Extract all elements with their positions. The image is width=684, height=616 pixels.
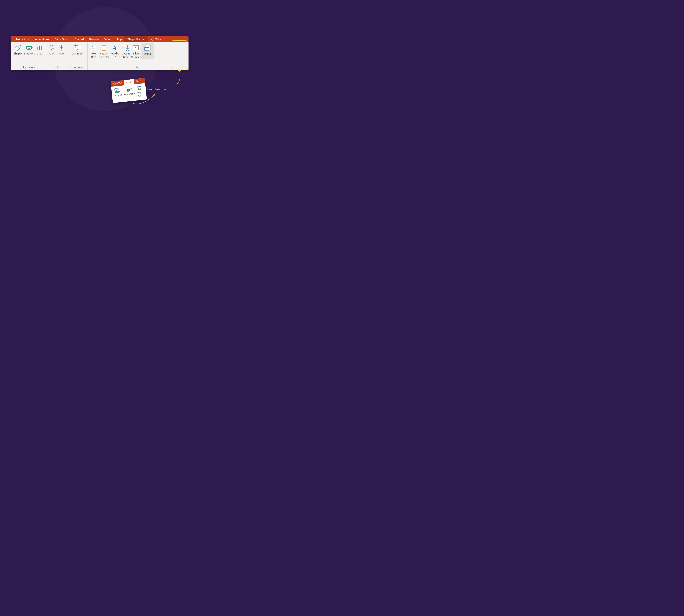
header-footer-button[interactable]: Header & Footer [98,43,110,59]
slide-number-button[interactable]: # Slide Number [130,43,141,59]
shapes-label: Shapes [14,52,23,55]
link-icon [49,44,55,51]
object-label: Object [144,52,152,56]
slide-number-label-1: Slide [133,52,139,55]
object-icon [144,45,151,51]
svg-rect-17 [59,50,59,50]
svg-rect-7 [41,46,42,50]
action-label: Action [58,52,65,55]
object-button[interactable]: Object [141,43,154,59]
photo-album-icon [136,86,142,91]
svg-text:A: A [92,46,93,48]
comment-button[interactable]: Comment [69,43,86,55]
group-illustrations: Shapes ▾ SmartArt Chart Illustrations [11,42,46,70]
group-text: A Text Box Header & Footer A WordArt ▾ D… [88,42,188,70]
tab-animations[interactable]: Animations [32,36,52,42]
tell-me-label: Tell m [155,38,162,41]
mini-tab-de[interactable]: De [134,78,141,84]
chart-label: Chart [37,52,43,55]
ribbon-body: Shapes ▾ SmartArt Chart Illustrations [11,42,188,70]
svg-rect-18 [64,50,64,50]
link-label: Link [49,52,54,55]
svg-rect-49 [144,47,149,48]
group-label-comments: Comments [69,66,86,70]
svg-rect-21 [59,47,59,48]
group-links: Link ▾ Action Links [46,42,67,70]
svg-rect-32 [102,49,106,51]
chevron-down-icon: ▾ [18,56,19,57]
svg-text:A: A [112,45,117,51]
smartart-label: SmartArt [24,52,35,55]
tab-view[interactable]: View [101,36,113,42]
group-label-illustrations: Illustrations [13,66,45,70]
header-footer-icon [101,44,107,51]
comment-icon [74,44,81,51]
slide-number-label-2: Number [131,56,141,59]
svg-rect-1 [15,46,20,51]
lightbulb-icon [151,37,154,41]
svg-rect-41 [122,47,123,47]
screenshot-button[interactable]: + Screenshot [122,85,137,100]
svg-rect-2 [27,47,31,49]
date-time-label-1: Date & [121,52,130,55]
date-time-button[interactable]: Date & Time [121,43,130,59]
screenshot-label: Screenshot [123,92,136,96]
pictures-icon [114,88,120,94]
smartart-icon [25,45,33,50]
shapes-button[interactable]: Shapes ▾ [13,43,23,57]
wordart-label: WordArt [110,52,120,55]
wordart-button[interactable]: A WordArt ▾ [110,43,121,59]
annotation-text: From Insert tab [147,87,167,91]
svg-text:#: # [135,46,137,49]
pictures-button[interactable]: Pictures [112,86,123,101]
date-time-label-2: Time [123,56,129,59]
chevron-down-icon: ▾ [115,56,116,57]
tell-me-search[interactable]: Tell m [148,37,162,41]
svg-rect-22 [64,47,64,48]
photo-album-button[interactable]: Pho Alb [135,84,143,98]
header-footer-label-2: & Footer [99,56,109,59]
date-time-icon [122,44,130,51]
shapes-icon [15,44,22,51]
svg-rect-31 [102,45,105,46]
text-box-label-2: Box [91,56,96,59]
text-box-button[interactable]: A Text Box [89,43,98,59]
group-comments: Comment Comments [67,42,88,70]
svg-rect-6 [39,46,40,50]
tab-strip: Transitions Animations Slide Show Record… [11,36,188,42]
svg-rect-16 [64,45,64,46]
text-box-label-1: Text [91,52,96,55]
svg-rect-15 [59,45,59,46]
action-button[interactable]: Action [56,43,66,57]
svg-rect-19 [61,45,62,46]
photo-album-label-2: Alb [138,94,142,97]
wordart-icon: A [112,44,119,51]
text-box-icon: A [90,45,97,51]
link-button[interactable]: Link ▾ [47,43,56,57]
svg-rect-55 [128,89,129,90]
group-label-text: Text [89,66,187,70]
arrow-annotation-1 [173,68,185,86]
header-footer-label-1: Header [99,52,109,55]
tab-transitions[interactable]: Transitions [13,36,32,42]
tab-shape-format[interactable]: Shape Format [124,36,148,42]
screenshot-icon: + [125,86,133,92]
svg-point-12 [50,49,51,50]
action-icon [58,44,65,51]
svg-point-13 [52,49,53,50]
tab-record[interactable]: Record [72,36,87,42]
chart-button[interactable]: Chart [35,43,45,57]
svg-rect-20 [61,50,62,50]
group-label-links: Links [47,66,66,70]
tab-help[interactable]: Help [113,36,124,42]
svg-text:+: + [130,87,132,90]
ribbon: Transitions Animations Slide Show Record… [11,36,188,70]
tab-review[interactable]: Review [87,36,101,42]
svg-rect-5 [37,47,39,50]
chart-icon [37,45,43,51]
smartart-button[interactable]: SmartArt [23,43,35,57]
comment-label: Comment [71,52,83,55]
slide-number-icon: # [133,45,139,50]
tab-slide-show[interactable]: Slide Show [52,36,72,42]
insert-tab-snippet: New Tab Insert De Pictures + Screenshot … [111,78,147,103]
